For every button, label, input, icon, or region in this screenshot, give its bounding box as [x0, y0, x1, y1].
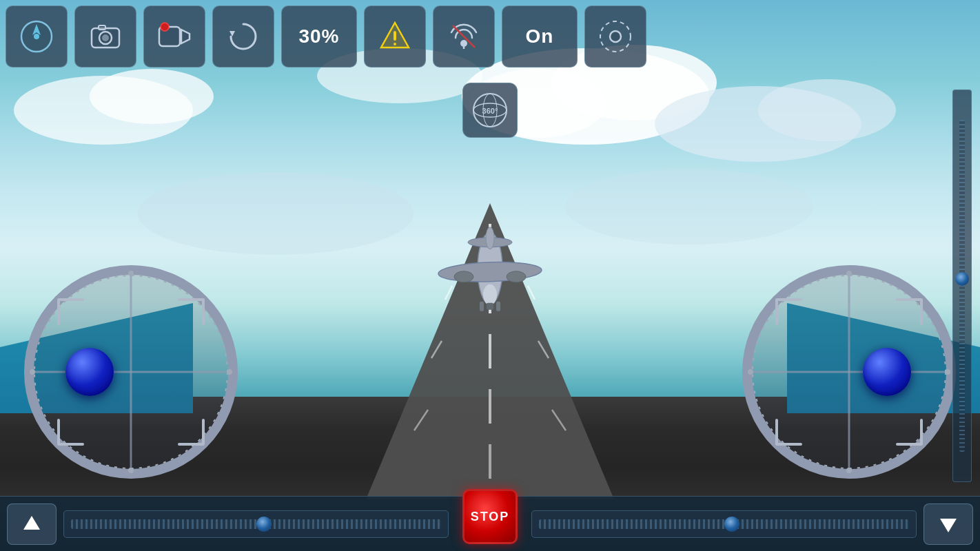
right-joystick-ball[interactable] — [863, 348, 911, 396]
signal-button[interactable] — [433, 6, 495, 67]
svg-point-60 — [128, 468, 134, 473]
svg-rect-44 — [394, 31, 396, 41]
vertical-slider-thumb[interactable] — [955, 272, 969, 286]
app-container: 30% On — [0, 0, 980, 551]
svg-point-70 — [945, 369, 950, 375]
navigation-button[interactable] — [6, 6, 68, 67]
onoff-button[interactable]: On — [502, 6, 578, 67]
warning-button[interactable] — [364, 6, 426, 67]
left-joystick-ball[interactable] — [65, 348, 114, 396]
svg-marker-71 — [23, 516, 40, 530]
svg-point-34 — [34, 34, 39, 39]
left-joystick[interactable] — [21, 262, 241, 482]
svg-point-59 — [128, 271, 134, 276]
svg-text:360°: 360° — [482, 107, 498, 115]
svg-rect-45 — [394, 43, 396, 45]
onoff-label: On — [526, 25, 554, 48]
left-slider-thumb[interactable] — [256, 517, 272, 532]
settings-button[interactable] — [584, 6, 646, 67]
360-icon: 360° — [471, 91, 509, 129]
stop-button[interactable]: STOP — [462, 489, 518, 544]
up-arrow-icon — [19, 512, 44, 537]
toolbar: 30% On — [6, 6, 974, 67]
right-joystick[interactable] — [739, 262, 959, 482]
svg-point-68 — [846, 468, 852, 473]
svg-point-62 — [227, 369, 232, 375]
vertical-slider-track — [959, 120, 965, 453]
svg-rect-31 — [487, 303, 493, 310]
svg-rect-38 — [99, 25, 105, 30]
right-joystick-ring — [739, 262, 959, 482]
svg-marker-40 — [181, 30, 190, 43]
svg-point-67 — [846, 271, 852, 276]
view-360-button[interactable]: 360° — [462, 83, 518, 138]
refresh-button[interactable] — [212, 6, 274, 67]
left-slider-track — [71, 519, 441, 529]
svg-point-41 — [161, 23, 169, 31]
scroll-down-button[interactable] — [923, 503, 973, 545]
zoom-button[interactable]: 30% — [281, 6, 357, 67]
svg-point-28 — [507, 271, 526, 282]
svg-point-25 — [486, 227, 494, 249]
zoom-label: 30% — [298, 25, 339, 48]
right-horizontal-slider[interactable] — [531, 510, 917, 538]
left-joystick-ring — [21, 262, 241, 482]
svg-point-23 — [438, 260, 542, 283]
svg-point-61 — [30, 369, 35, 375]
camera-button[interactable] — [74, 6, 136, 67]
svg-point-69 — [748, 369, 753, 375]
svg-marker-72 — [940, 519, 957, 532]
svg-rect-30 — [496, 302, 500, 311]
svg-rect-29 — [480, 302, 484, 311]
right-slider-thumb[interactable] — [724, 517, 739, 532]
svg-point-49 — [610, 31, 621, 42]
down-arrow-icon — [936, 512, 961, 537]
scroll-up-button[interactable] — [7, 503, 57, 545]
svg-point-27 — [454, 271, 473, 282]
stop-label: STOP — [471, 510, 510, 524]
svg-point-37 — [102, 34, 109, 41]
svg-point-26 — [483, 284, 497, 305]
right-slider-track — [539, 519, 909, 529]
left-horizontal-slider[interactable] — [63, 510, 449, 538]
vertical-altitude-slider[interactable] — [952, 90, 972, 482]
video-button[interactable] — [143, 6, 205, 67]
airplane — [428, 214, 552, 326]
